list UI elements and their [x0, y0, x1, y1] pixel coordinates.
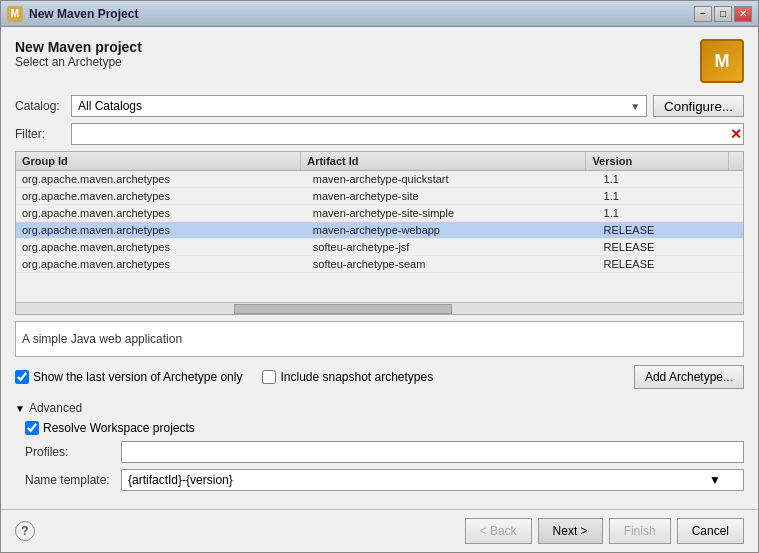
horizontal-scrollbar[interactable]: [16, 302, 743, 314]
h-scroll-thumb[interactable]: [234, 304, 452, 314]
options-row: Show the last version of Archetype only …: [15, 365, 744, 389]
catalog-dropdown[interactable]: All Catalogs ▼: [71, 95, 647, 117]
finish-button[interactable]: Finish: [609, 518, 671, 544]
group-id-cell: org.apache.maven.archetypes: [16, 239, 307, 255]
group-id-cell: org.apache.maven.archetypes: [16, 171, 307, 187]
artifact-id-cell: maven-archetype-quickstart: [307, 171, 598, 187]
show-last-version-checkbox[interactable]: [15, 370, 29, 384]
close-button[interactable]: ✕: [734, 6, 752, 22]
content-area: New Maven project Select an Archetype M …: [1, 27, 758, 509]
advanced-section: ▼ Advanced Resolve Workspace projects Pr…: [15, 401, 744, 497]
configure-button[interactable]: Configure...: [653, 95, 744, 117]
table-row[interactable]: org.apache.maven.archetypes maven-archet…: [16, 205, 743, 222]
window-title: New Maven Project: [29, 7, 694, 21]
version-cell: 1.1: [598, 171, 743, 187]
advanced-title: Advanced: [29, 401, 82, 415]
artifact-id-cell: softeu-archetype-seam: [307, 256, 598, 272]
page-title: New Maven project: [15, 39, 142, 55]
table-row[interactable]: org.apache.maven.archetypes maven-archet…: [16, 188, 743, 205]
window-icon: M: [7, 6, 23, 22]
profiles-label: Profiles:: [25, 445, 115, 459]
table-header: Group Id Artifact Id Version: [16, 152, 743, 171]
advanced-header[interactable]: ▼ Advanced: [15, 401, 744, 415]
name-template-dropdown[interactable]: {artifactId}-{version} ▼: [121, 469, 744, 491]
version-cell: RELEASE: [598, 222, 743, 238]
description-area: A simple Java web application: [15, 321, 744, 357]
maximize-button[interactable]: □: [714, 6, 732, 22]
table-row[interactable]: org.apache.maven.archetypes softeu-arche…: [16, 239, 743, 256]
name-template-value: {artifactId}-{version}: [128, 473, 233, 487]
table-row[interactable]: org.apache.maven.archetypes softeu-arche…: [16, 256, 743, 273]
include-snapshot-checkbox-label[interactable]: Include snapshot archetypes: [262, 370, 433, 384]
clear-filter-icon[interactable]: ✕: [730, 126, 742, 142]
name-template-wrapper: {artifactId}-{version} ▼: [121, 469, 744, 491]
catalog-value: All Catalogs: [78, 99, 142, 113]
version-cell: RELEASE: [598, 239, 743, 255]
filter-row: Filter: ✕: [15, 123, 744, 145]
version-cell: RELEASE: [598, 256, 743, 272]
window-controls: − □ ✕: [694, 6, 752, 22]
page-title-section: New Maven project Select an Archetype: [15, 39, 142, 69]
profiles-input[interactable]: [121, 441, 744, 463]
resolve-workspace-text: Resolve Workspace projects: [43, 421, 195, 435]
collapse-icon: ▼: [15, 403, 25, 414]
resolve-workspace-checkbox[interactable]: [25, 421, 39, 435]
profiles-row: Profiles:: [25, 441, 744, 463]
version-header: Version: [586, 152, 729, 170]
artifact-id-cell: maven-archetype-webapp: [307, 222, 598, 238]
filter-input[interactable]: [71, 123, 744, 145]
artifact-id-cell: softeu-archetype-jsf: [307, 239, 598, 255]
page-subtitle: Select an Archetype: [15, 55, 142, 69]
chevron-down-icon: ▼: [709, 473, 721, 487]
chevron-down-icon: ▼: [630, 101, 640, 112]
minimize-button[interactable]: −: [694, 6, 712, 22]
bottom-bar: ? < Back Next > Finish Cancel: [1, 509, 758, 552]
add-archetype-button[interactable]: Add Archetype...: [634, 365, 744, 389]
group-id-cell: org.apache.maven.archetypes: [16, 188, 307, 204]
artifact-id-cell: maven-archetype-site: [307, 188, 598, 204]
archetypes-table: Group Id Artifact Id Version org.apache.…: [15, 151, 744, 315]
description-text: A simple Java web application: [22, 332, 182, 346]
group-id-header: Group Id: [16, 152, 301, 170]
name-template-row: Name template: {artifactId}-{version} ▼: [25, 469, 744, 491]
table-row[interactable]: org.apache.maven.archetypes maven-archet…: [16, 222, 743, 239]
main-window: M New Maven Project − □ ✕ New Maven proj…: [0, 0, 759, 553]
resolve-workspace-label[interactable]: Resolve Workspace projects: [25, 421, 195, 435]
version-cell: 1.1: [598, 188, 743, 204]
group-id-cell: org.apache.maven.archetypes: [16, 256, 307, 272]
table-body: org.apache.maven.archetypes maven-archet…: [16, 171, 743, 302]
back-button[interactable]: < Back: [465, 518, 532, 544]
page-header: New Maven project Select an Archetype M: [15, 39, 744, 83]
artifact-id-header: Artifact Id: [301, 152, 586, 170]
maven-logo: M: [700, 39, 744, 83]
catalog-label: Catalog:: [15, 99, 65, 113]
help-button[interactable]: ?: [15, 521, 35, 541]
filter-input-wrapper: ✕: [71, 123, 744, 145]
show-last-version-label: Show the last version of Archetype only: [33, 370, 242, 384]
catalog-row: Catalog: All Catalogs ▼ Configure...: [15, 95, 744, 117]
version-cell: 1.1: [598, 205, 743, 221]
title-bar: M New Maven Project − □ ✕: [1, 1, 758, 27]
show-last-version-checkbox-label[interactable]: Show the last version of Archetype only: [15, 370, 242, 384]
group-id-cell: org.apache.maven.archetypes: [16, 205, 307, 221]
include-snapshot-label: Include snapshot archetypes: [280, 370, 433, 384]
cancel-button[interactable]: Cancel: [677, 518, 744, 544]
filter-label: Filter:: [15, 127, 65, 141]
resolve-workspace-row: Resolve Workspace projects: [25, 421, 744, 435]
group-id-cell: org.apache.maven.archetypes: [16, 222, 307, 238]
name-template-label: Name template:: [25, 473, 115, 487]
next-button[interactable]: Next >: [538, 518, 603, 544]
artifact-id-cell: maven-archetype-site-simple: [307, 205, 598, 221]
include-snapshot-checkbox[interactable]: [262, 370, 276, 384]
advanced-content: Resolve Workspace projects Profiles: Nam…: [15, 421, 744, 491]
navigation-buttons: < Back Next > Finish Cancel: [465, 518, 744, 544]
table-row[interactable]: org.apache.maven.archetypes maven-archet…: [16, 171, 743, 188]
